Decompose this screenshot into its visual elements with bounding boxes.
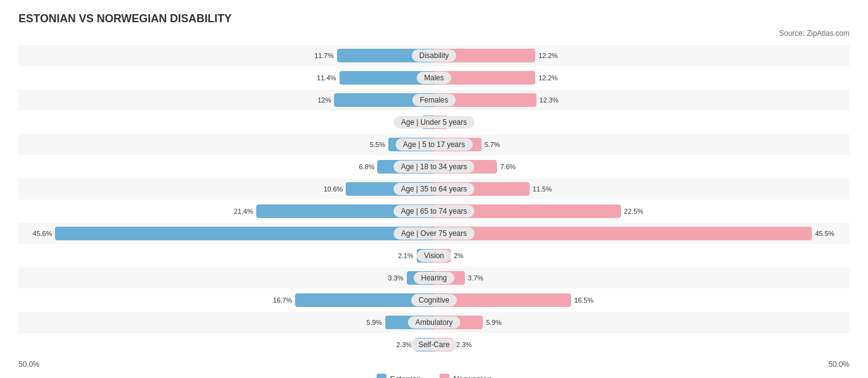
bar-right-value: 12.2% (535, 74, 557, 82)
bar-right-value: 11.5% (530, 185, 552, 193)
bar-right: 45.5% (434, 227, 812, 240)
bar-right-value: 12.2% (535, 52, 557, 59)
chart-area: 11.7%12.2%Disability11.4%12.2%Males12%12… (19, 45, 849, 355)
bar-right-value: 45.5% (812, 230, 834, 237)
bar-left-value: 11.4% (317, 74, 339, 82)
bar-center-label: Age | 35 to 64 years (393, 183, 474, 195)
bar-center-label: Age | Over 75 years (394, 227, 475, 240)
bar-left-value: 10.6% (323, 185, 346, 193)
bar-left-value: 2.1% (398, 252, 417, 259)
bar-left-value: 21.4% (234, 208, 256, 215)
chart-row: 21.4%22.5%Age | 65 to 74 years (19, 201, 849, 222)
bar-left-value: 5.9% (367, 319, 385, 326)
bar-right-value: 5.9% (483, 319, 501, 326)
bar-left-value: 12% (317, 96, 334, 104)
chart-row: 11.7%12.2%Disability (19, 45, 849, 66)
chart-row: 11.4%12.2%Males (19, 67, 849, 88)
bar-center-label: Vision (417, 250, 451, 262)
bar-center-label: Females (412, 94, 456, 106)
chart-row: 6.8%7.6%Age | 18 to 34 years (19, 156, 849, 177)
chart-row: 16.7%16.5%Cognitive (19, 290, 849, 311)
chart-row: 2.1%2%Vision (19, 245, 849, 266)
axis-left-label: 50.0% (19, 360, 40, 369)
bar-right-value: 12.3% (536, 96, 559, 104)
page-title: ESTONIAN VS NORWEGIAN DISABILITY (19, 12, 849, 25)
chart-row: 3.3%3.7%Hearing (19, 267, 849, 288)
bar-center-label: Cognitive (411, 294, 457, 306)
bar-right-value: 2% (451, 252, 464, 259)
bar-left-value: 11.7% (314, 52, 336, 59)
bar-center-label: Disability (412, 49, 456, 62)
bar-center-label: Males (417, 72, 451, 84)
legend-estonian: Estonian (377, 374, 422, 378)
source-label: Source: ZipAtlas.com (19, 29, 849, 38)
bar-left-value: 3.3% (388, 274, 407, 282)
bar-center-label: Hearing (414, 272, 454, 284)
chart-row: 5.9%5.9%Ambulatory (19, 312, 849, 333)
legend-norwegian: Norwegian (440, 374, 491, 378)
bar-right-value: 5.7% (482, 141, 500, 148)
bar-center-label: Ambulatory (408, 316, 461, 329)
bar-left: 45.6% (55, 227, 434, 240)
chart-row: 2.3%2.3%Self-Care (19, 334, 849, 355)
bar-left-value: 6.8% (359, 163, 377, 170)
chart-row: 5.5%5.7%Age | 5 to 17 years (19, 134, 849, 155)
bar-right-value: 16.5% (571, 296, 593, 304)
bar-right-value: 7.6% (497, 163, 515, 170)
axis-right-label: 50.0% (828, 360, 849, 369)
bar-left-value: 45.6% (33, 230, 55, 237)
chart-row: 1.5%1.7%Age | Under 5 years (19, 112, 849, 133)
bar-left-value: 5.5% (370, 141, 388, 148)
bar-center-label: Age | 65 to 74 years (393, 205, 474, 217)
bar-right-value: 3.7% (465, 274, 483, 282)
bar-center-label: Self-Care (411, 338, 457, 351)
chart-row: 10.6%11.5%Age | 35 to 64 years (19, 178, 849, 200)
bar-center-label: Age | Under 5 years (394, 116, 475, 128)
chart-row: 45.6%45.5%Age | Over 75 years (19, 223, 849, 244)
bar-left-value: 16.7% (273, 296, 295, 304)
bar-center-label: Age | 18 to 34 years (393, 161, 474, 173)
chart-row: 12%12.3%Females (19, 90, 849, 111)
bar-center-label: Age | 5 to 17 years (396, 138, 473, 151)
bar-right-value: 22.5% (621, 208, 643, 215)
